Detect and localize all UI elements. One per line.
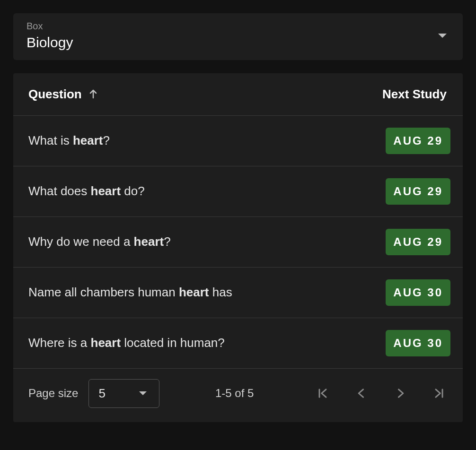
- table-row[interactable]: Where is a heart located in human?AUG 30: [13, 318, 463, 369]
- box-select-label: Box: [26, 21, 73, 32]
- next-study-badge: AUG 29: [386, 178, 450, 205]
- next-page-button[interactable]: [392, 385, 409, 402]
- next-study-badge: AUG 29: [386, 229, 450, 255]
- column-header-next-study-label: Next Study: [382, 87, 447, 101]
- next-study-badge: AUG 30: [386, 330, 450, 356]
- next-study-badge: AUG 30: [386, 279, 450, 306]
- column-header-question[interactable]: Question: [28, 87, 381, 102]
- caret-down-icon: [139, 391, 147, 395]
- next-study-badge: AUG 29: [386, 128, 450, 154]
- prev-page-button[interactable]: [353, 385, 370, 402]
- pagination-controls: [314, 385, 448, 402]
- last-page-button[interactable]: [431, 385, 448, 402]
- next-study-cell: AUG 30: [384, 279, 450, 306]
- box-select-value: Biology: [26, 35, 73, 51]
- table-header-row: Question Next Study: [13, 73, 463, 116]
- page-size-label: Page size: [28, 387, 78, 400]
- box-select[interactable]: Box Biology: [13, 13, 463, 60]
- page-size-value: 5: [98, 386, 105, 401]
- question-cell: Where is a heart located in human?: [26, 336, 384, 350]
- next-study-cell: AUG 29: [384, 229, 450, 255]
- sort-ascending-icon: [88, 88, 99, 100]
- question-cell: What does heart do?: [26, 184, 384, 199]
- table-row[interactable]: What does heart do?AUG 29: [13, 166, 463, 217]
- table-row[interactable]: Name all chambers human heart hasAUG 30: [13, 268, 463, 318]
- caret-down-icon: [438, 34, 447, 38]
- column-header-question-label: Question: [28, 87, 82, 102]
- question-cell: Why do we need a heart?: [26, 234, 384, 249]
- column-header-next-study[interactable]: Next Study: [381, 87, 448, 102]
- pagination-range: 1-5 of 5: [178, 387, 291, 400]
- next-study-cell: AUG 29: [384, 178, 450, 205]
- next-study-cell: AUG 29: [384, 128, 450, 154]
- table-row[interactable]: What is heart?AUG 29: [13, 116, 463, 166]
- first-page-button[interactable]: [314, 385, 331, 402]
- table-row[interactable]: Why do we need a heart?AUG 29: [13, 217, 463, 268]
- questions-table: Question Next Study What is heart?AUG 29…: [13, 73, 463, 422]
- next-study-cell: AUG 30: [384, 330, 450, 356]
- page-size-select[interactable]: 5: [88, 379, 159, 408]
- question-cell: Name all chambers human heart has: [26, 285, 384, 300]
- table-footer: Page size 5 1-5 of 5: [13, 369, 463, 422]
- question-cell: What is heart?: [26, 133, 384, 148]
